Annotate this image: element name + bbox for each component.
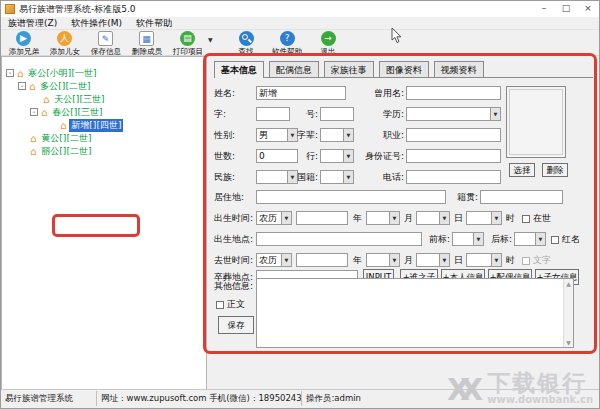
former-name-input[interactable] [406,86,501,100]
checkbox-icon[interactable] [551,236,559,244]
menu-item-software-help[interactable]: 软件帮助 [129,17,179,30]
tab-family-history[interactable]: 家族往事 [324,61,374,77]
dropdown-arrow-icon[interactable]: ▼ [343,129,353,141]
birth-year-input[interactable] [296,211,348,225]
dropdown-arrow-icon[interactable]: ▼ [389,212,399,224]
birth-day-select[interactable]: ▼ [416,211,450,225]
collapse-toggle-icon[interactable]: - [6,69,14,77]
native-place-input[interactable] [480,190,563,204]
close-button[interactable]: × [577,1,599,17]
watermark-url: www.downbank.cn [487,394,593,405]
checkbox-icon[interactable] [216,301,224,309]
maximize-button[interactable]: □ [555,1,577,17]
other-info-textarea[interactable]: ▲ ▼ [256,278,574,348]
suffix-select[interactable]: ▼ [514,232,546,246]
tab-image-data[interactable]: 图像资料 [379,61,429,77]
dropdown-arrow-icon[interactable]: ▼ [439,212,449,224]
alive-checkbox[interactable]: 在世 [522,212,551,225]
education-select[interactable]: ▼ [406,107,501,121]
house-icon: ⌂ [60,120,66,131]
scrollbar[interactable]: ▲ ▼ [563,279,573,347]
tab-spouse-info[interactable]: 配偶信息 [269,61,319,77]
dropdown-arrow-icon[interactable]: ▼ [473,233,483,245]
birth-month-select[interactable]: ▼ [366,211,400,225]
dropdown-arrow-icon[interactable]: ▼ [439,254,449,266]
house-icon: ⌂ [30,146,36,157]
tree-node-label[interactable]: 天公[][三世] [52,93,106,106]
tab-basic-info[interactable]: 基本信息 [214,61,264,78]
phone-input[interactable] [406,170,501,184]
tree-node[interactable]: ⌂ 天公[][三世] [2,93,206,105]
tree-node[interactable]: ⌂ 黄公[][二世] [2,132,206,144]
death-year-input[interactable] [296,253,348,267]
menu-item-genealogy-manage[interactable]: 族谱管理(Z) [1,17,64,30]
hao-input[interactable] [320,107,354,121]
birth-calendar-select[interactable]: 农历▼ [256,211,292,225]
death-hour-select[interactable]: ▼ [466,253,502,267]
photo-delete-button[interactable]: 删除 [542,163,568,177]
dropdown-arrow-icon[interactable]: ▼ [389,254,399,266]
dropdown-arrow-icon[interactable]: ▼ [491,212,501,224]
tree-node-label[interactable]: 丽公[][二世] [39,145,93,158]
death-month-select[interactable]: ▼ [366,253,400,267]
occupation-input[interactable] [406,128,501,142]
app-icon [5,4,15,14]
dropdown-arrow-icon[interactable]: ▼ [490,108,500,120]
tree-node-label[interactable]: 新增[][四世] [69,119,123,132]
id-number-input[interactable] [406,149,501,163]
software-help-button[interactable]: ? 软件帮助 [267,30,308,57]
print-project-button[interactable]: ▤ 打印项目 [167,30,208,57]
zi-input[interactable] [256,107,290,121]
death-day-select[interactable]: ▼ [416,253,450,267]
scroll-up-icon[interactable]: ▲ [564,280,573,287]
add-child-icon: 人 [57,31,72,46]
checkbox-icon[interactable] [522,215,530,223]
tab-video-data[interactable]: 视频资料 [434,61,484,77]
tree-node[interactable]: ⌂ 丽公[][二世] [2,145,206,157]
name-input[interactable]: 新增 [256,86,346,100]
collapse-toggle-icon[interactable]: - [30,108,38,116]
tree-node-label[interactable]: 春公[][三世] [50,106,104,119]
dropdown-arrow-icon[interactable]: ▼ [281,212,291,224]
zibei-label: 字辈: [292,129,318,142]
generation-label: 世数: [214,150,235,163]
collapse-toggle-icon[interactable]: - [18,82,26,90]
tree-node-label[interactable]: 黄公[][二世] [39,132,93,145]
tree-node-root[interactable]: - ⌂ 寒公[小明][一世] [2,67,206,79]
minimize-button[interactable]: – [533,1,555,17]
add-child-button[interactable]: 人 添加儿女 [44,30,85,57]
exit-button[interactable]: → 退出 [308,30,349,57]
red-name-checkbox[interactable]: 红名 [551,233,580,246]
death-calendar-select[interactable]: 农历▼ [256,253,292,267]
add-brother-button[interactable]: ▶ 添加兄弟 [3,30,44,57]
unit-hour-label: 时 [506,212,515,225]
photo-select-button[interactable]: 选择 [509,163,535,177]
menu-item-software-operation[interactable]: 软件操作(M) [64,17,129,30]
nationality-select[interactable]: ▼ [320,170,354,184]
scroll-down-icon[interactable]: ▼ [564,339,573,346]
birth-hour-select[interactable]: ▼ [466,211,502,225]
dropdown-arrow-icon[interactable]: ▼ [281,254,291,266]
prefix-select[interactable]: ▼ [452,232,484,246]
dropdown-arrow-icon[interactable]: ▼ [343,171,353,183]
dropdown-arrow-icon[interactable]: ▼ [491,254,501,266]
print-dropdown-arrow-icon[interactable]: ▼ [208,36,213,43]
tree-node-label[interactable]: 寒公[小明][一世] [26,67,98,80]
tree-node[interactable]: - ⌂ 多公[][二世] [2,80,206,92]
save-info-icon: ✎ [98,31,113,46]
save-button[interactable]: 保存 [218,316,254,334]
app-window: 易行族谱管理系统-标准版5.0 – □ × 族谱管理(Z) 软件操作(M) 软件… [0,0,600,409]
text-checkbox-disabled: 文字 [522,254,551,267]
tree-node[interactable]: - ⌂ 春公[][三世] [2,106,206,118]
save-info-button[interactable]: ✎ 保存信息 [85,30,126,57]
nationality-label: 国籍: [292,171,318,184]
residence-input[interactable] [256,190,446,204]
search-button[interactable]: 查找 [226,30,267,57]
dropdown-arrow-icon[interactable]: ▼ [535,233,545,245]
delete-member-button[interactable]: ▦ 删除成员 [126,30,167,57]
zibei-select[interactable]: ▼ [320,128,354,142]
tree-node-label[interactable]: 多公[][二世] [38,80,92,93]
tree-node-selected[interactable]: ⌂ 新增[][四世] [2,119,206,131]
birth-place-input[interactable] [256,232,422,246]
main-text-checkbox[interactable]: 正文 [216,298,245,311]
